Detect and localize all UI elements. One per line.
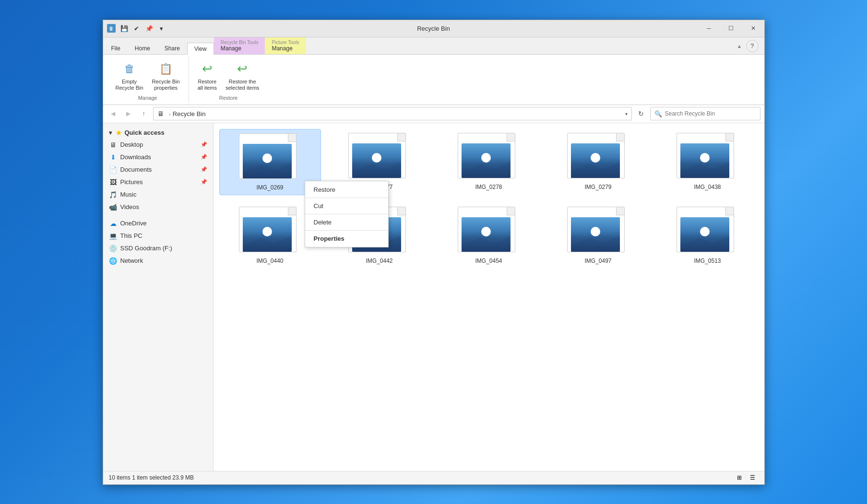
- documents-pin: 📌: [201, 166, 207, 173]
- network-icon: 🌐: [109, 257, 118, 265]
- file-icon-wrapper-0277: [348, 133, 411, 181]
- ctx-sep-1: [305, 198, 388, 198]
- ssd-label: SSD Goodram (F:): [120, 245, 172, 252]
- path-chevron[interactable]: ▾: [625, 111, 628, 117]
- file-thumb-0454: [462, 217, 511, 252]
- tab-file[interactable]: File: [104, 42, 128, 54]
- view-details-icon[interactable]: ☰: [747, 473, 759, 482]
- restore-sel-icon: ↩: [234, 60, 251, 78]
- restore-selected-button[interactable]: ↩ Restore theselected items: [223, 59, 262, 93]
- help-button[interactable]: ?: [746, 40, 759, 52]
- qs-down[interactable]: ▾: [157, 23, 166, 33]
- sidebar-item-ssd[interactable]: 💿 SSD Goodram (F:): [103, 242, 213, 255]
- file-thumb-0269: [243, 144, 292, 178]
- pic-tools-label: Picture Tools: [272, 40, 299, 45]
- file-item-img0513[interactable]: IMG_0513: [657, 203, 759, 268]
- ribbon-collapse[interactable]: ▲: [737, 43, 742, 49]
- restore-items: ↩ Restoreall items ↩ Restore theselected…: [195, 59, 262, 93]
- file-item-img0278[interactable]: IMG_0278: [438, 129, 540, 195]
- quick-save-area: 💾 ✔ 📌 ▾: [119, 23, 166, 33]
- desktop-pin: 📌: [201, 141, 207, 148]
- sidebar-item-downloads[interactable]: ⬇ Downloads 📌: [103, 151, 213, 164]
- file-name-0438: IMG_0438: [694, 184, 721, 190]
- this-pc-icon: 💻: [109, 232, 118, 240]
- view-large-icon[interactable]: ⊞: [734, 473, 745, 482]
- sidebar-item-music[interactable]: 🎵 Music: [103, 188, 213, 201]
- onedrive-icon: ☁: [109, 219, 118, 228]
- ctx-delete[interactable]: Delete: [305, 215, 388, 229]
- pic-manage-label: Manage: [272, 45, 299, 52]
- sidebar-quick-access[interactable]: ▾ ★ Quick access: [103, 127, 213, 139]
- close-button[interactable]: ✕: [742, 20, 764, 37]
- minimize-button[interactable]: ─: [698, 20, 720, 37]
- explorer-window: 🗑 💾 ✔ 📌 ▾ Recycle Bin ─ ☐ ✕ File Home Sh…: [103, 20, 765, 485]
- search-icon: 🔍: [654, 110, 662, 117]
- ctx-cut[interactable]: Cut: [305, 199, 388, 213]
- file-icon-wrapper-0440: [239, 207, 301, 255]
- search-box[interactable]: 🔍: [650, 107, 760, 120]
- sidebar-item-onedrive[interactable]: ☁ OneDrive: [103, 217, 213, 230]
- address-bar: ◀ ▶ ↑ 🖥 › Recycle Bin ▾ ↻ 🔍: [103, 105, 764, 123]
- sidebar-item-pictures[interactable]: 🖼 Pictures 📌: [103, 176, 213, 188]
- quick-access-collapse-icon: ▾: [109, 129, 112, 136]
- sidebar-item-documents[interactable]: 📄 Documents 📌: [103, 164, 213, 176]
- music-label: Music: [120, 191, 137, 198]
- desktop-label: Desktop: [120, 141, 143, 148]
- sidebar: ▾ ★ Quick access 🖥 Desktop 📌 ⬇ Downloads…: [103, 123, 214, 471]
- file-item-img0279[interactable]: IMG_0279: [547, 129, 649, 195]
- back-button[interactable]: ◀: [107, 107, 119, 120]
- tab-share[interactable]: Share: [157, 42, 187, 54]
- title-bar-left: 🗑 💾 ✔ 📌 ▾: [103, 23, 698, 33]
- file-icon-wrapper-0438: [677, 133, 739, 181]
- manage-group-label: Manage: [138, 93, 157, 101]
- qs-save[interactable]: 💾: [119, 23, 129, 33]
- ctx-properties[interactable]: Properties: [305, 232, 388, 246]
- pictures-icon: 🖼: [109, 178, 118, 187]
- file-thumb-0513: [680, 217, 729, 252]
- documents-icon: 📄: [109, 165, 118, 174]
- tab-view[interactable]: View: [187, 43, 214, 55]
- sidebar-item-videos[interactable]: 📹 Videos: [103, 201, 213, 213]
- sidebar-item-desktop[interactable]: 🖥 Desktop 📌: [103, 139, 213, 151]
- file-thumb-0497: [571, 217, 620, 252]
- tab-manage-pic[interactable]: Picture Tools Manage: [265, 37, 306, 54]
- file-item-img0454[interactable]: IMG_0454: [438, 203, 540, 268]
- file-thumb-0278: [462, 143, 511, 178]
- sidebar-item-network[interactable]: 🌐 Network: [103, 255, 213, 267]
- pictures-pin: 📌: [201, 179, 207, 185]
- path-separator: ›: [169, 110, 171, 117]
- refresh-button[interactable]: ↻: [635, 107, 647, 120]
- file-thumb-0279: [571, 143, 620, 178]
- status-view-icons: ⊞ ☰: [734, 473, 759, 482]
- file-item-img0438[interactable]: IMG_0438: [657, 129, 759, 195]
- address-path[interactable]: 🖥 › Recycle Bin ▾: [153, 107, 632, 120]
- ctx-sep-3: [305, 230, 388, 231]
- status-bar: 10 items 1 item selected 23.9 MB ⊞ ☰: [103, 471, 764, 484]
- file-item-img0497[interactable]: IMG_0497: [547, 203, 649, 268]
- maximize-button[interactable]: ☐: [720, 20, 742, 37]
- file-area: IMG_0269 IMG_0277 IMG_0278: [214, 123, 764, 471]
- empty-recycle-bin-button[interactable]: 🗑 EmptyRecycle Bin: [113, 59, 146, 93]
- videos-label: Videos: [120, 203, 140, 211]
- ctx-restore[interactable]: Restore: [305, 183, 388, 197]
- tab-home[interactable]: Home: [128, 42, 157, 54]
- search-input[interactable]: [665, 110, 756, 117]
- recycle-bin-properties-button[interactable]: 📋 Recycle Binproperties: [149, 59, 183, 93]
- sidebar-item-this-pc[interactable]: 💻 This PC: [103, 230, 213, 242]
- file-name-0513: IMG_0513: [694, 258, 721, 264]
- forward-button[interactable]: ▶: [122, 107, 135, 120]
- rb-tools-label: Recycle Bin Tools: [221, 40, 259, 45]
- downloads-pin: 📌: [201, 154, 207, 160]
- rb-props-label: Recycle Binproperties: [152, 79, 180, 91]
- up-button[interactable]: ↑: [138, 107, 150, 120]
- rb-manage-label: Manage: [221, 45, 259, 52]
- path-icon: 🖥: [157, 110, 164, 117]
- tab-manage-rb[interactable]: Recycle Bin Tools Manage: [214, 37, 265, 54]
- ctx-sep-2: [305, 214, 388, 214]
- restore-all-button[interactable]: ↩ Restoreall items: [195, 59, 220, 93]
- qs-pin[interactable]: 📌: [144, 23, 154, 33]
- qs-check[interactable]: ✔: [132, 23, 142, 33]
- file-icon-wrapper-0497: [567, 207, 629, 255]
- restore-group-label: Restore: [219, 93, 238, 101]
- title-bar: 🗑 💾 ✔ 📌 ▾ Recycle Bin ─ ☐ ✕: [103, 20, 764, 37]
